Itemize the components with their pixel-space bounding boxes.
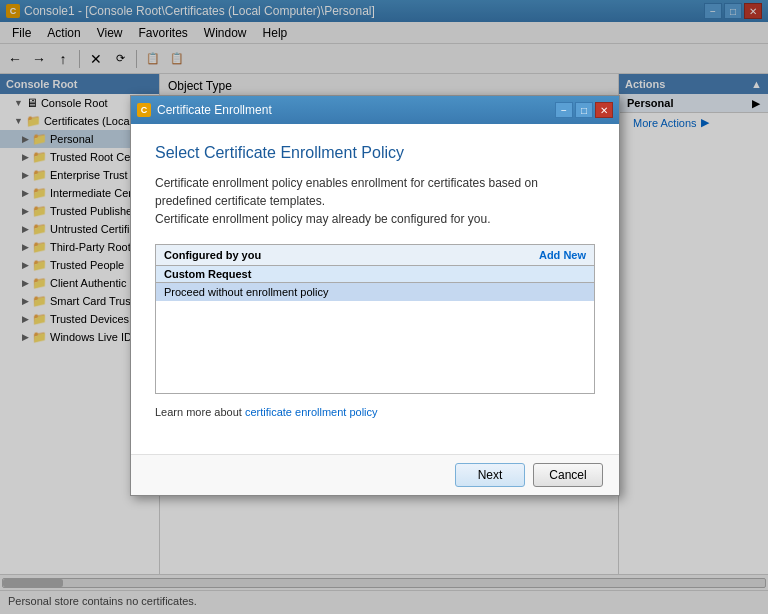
- modal-overlay: C Certificate Enrollment − □ ✕ Select Ce…: [0, 0, 768, 614]
- certificate-enrollment-dialog: C Certificate Enrollment − □ ✕ Select Ce…: [130, 95, 620, 496]
- add-new-link[interactable]: Add New: [539, 249, 586, 261]
- next-button[interactable]: Next: [455, 463, 525, 487]
- modal-description: Certificate enrollment policy enables en…: [155, 174, 595, 228]
- policy-row-label: Proceed without enrollment policy: [164, 286, 328, 298]
- learn-more-link[interactable]: certificate enrollment policy: [245, 406, 378, 418]
- policy-table-body: Proceed without enrollment policy: [156, 283, 594, 393]
- modal-footer: Next Cancel: [131, 454, 619, 495]
- modal-title-icon: C: [137, 103, 151, 117]
- modal-close[interactable]: ✕: [595, 102, 613, 118]
- policy-table-subheader: Custom Request: [156, 266, 594, 283]
- configured-by-label: Configured by you: [164, 249, 261, 261]
- modal-titlebar-left: C Certificate Enrollment: [137, 103, 272, 117]
- modal-titlebar: C Certificate Enrollment − □ ✕: [131, 96, 619, 124]
- policy-table-header: Configured by you Add New: [156, 245, 594, 266]
- learn-more-prefix: Learn more about: [155, 406, 245, 418]
- modal-heading: Select Certificate Enrollment Policy: [155, 144, 595, 162]
- custom-request-label: Custom Request: [164, 268, 251, 280]
- modal-title-text: Certificate Enrollment: [157, 103, 272, 117]
- cancel-button[interactable]: Cancel: [533, 463, 603, 487]
- modal-maximize[interactable]: □: [575, 102, 593, 118]
- modal-body: Select Certificate Enrollment Policy Cer…: [131, 124, 619, 454]
- policy-row-proceed[interactable]: Proceed without enrollment policy: [156, 283, 594, 301]
- modal-description-text: Certificate enrollment policy enables en…: [155, 176, 538, 226]
- learn-more-text: Learn more about certificate enrollment …: [155, 406, 595, 418]
- policy-table: Configured by you Add New Custom Request…: [155, 244, 595, 394]
- modal-controls: − □ ✕: [555, 102, 613, 118]
- modal-minimize[interactable]: −: [555, 102, 573, 118]
